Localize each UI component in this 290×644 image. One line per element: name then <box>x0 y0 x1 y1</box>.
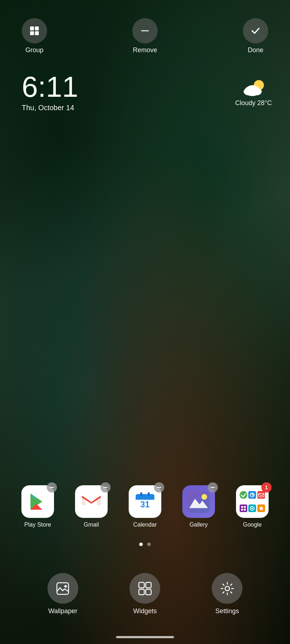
home-indicator[interactable] <box>116 636 174 638</box>
remove-icon-small <box>49 485 54 490</box>
google-label: Google <box>243 522 262 528</box>
app-icon-wrapper-calendar: 31 <box>129 485 161 518</box>
app-icon-wrapper-gallery <box>182 485 215 518</box>
folder-app-5 <box>248 504 256 512</box>
svg-rect-1 <box>35 26 39 30</box>
settings-dock-icon <box>220 581 235 596</box>
remove-icon-small <box>210 485 215 490</box>
svg-rect-21 <box>187 490 210 513</box>
remove-icon <box>139 25 151 37</box>
remove-icon-circle <box>132 18 158 43</box>
svg-rect-0 <box>30 26 34 30</box>
folder-app-3 <box>257 491 265 499</box>
clock-time: 6:11 <box>22 72 78 101</box>
remove-label: Remove <box>133 46 157 54</box>
svg-rect-43 <box>146 582 151 588</box>
dock-wallpaper[interactable]: Wallpaper <box>47 573 78 615</box>
svg-point-23 <box>202 494 207 500</box>
app-icon-wrapper-gmail <box>75 485 108 518</box>
settings-dock-label: Settings <box>215 607 239 615</box>
folder-app-6 <box>257 504 265 512</box>
app-row: Play Store <box>0 485 290 528</box>
group-label: Group <box>25 46 44 54</box>
weather-text: Cloudy 28°C <box>235 99 272 107</box>
svg-rect-42 <box>139 582 144 588</box>
page-indicators <box>0 543 290 546</box>
gmail-remove-btn[interactable] <box>100 482 111 493</box>
bottom-dock: Wallpaper Widgets Settings <box>0 573 290 615</box>
svg-rect-44 <box>139 589 144 595</box>
weather-widget[interactable]: Cloudy 28°C <box>235 78 272 107</box>
gmail-logo <box>80 490 103 513</box>
done-label: Done <box>248 46 263 54</box>
widgets-dock-label: Widgets <box>133 607 157 615</box>
app-item-play-store[interactable]: Play Store <box>21 485 54 528</box>
svg-rect-20 <box>157 487 161 488</box>
app-icon-wrapper-play-store <box>21 485 54 518</box>
app-item-google[interactable]: 1 Google <box>236 485 269 528</box>
remove-icon-small <box>157 485 162 490</box>
top-bar: Group Remove Done <box>0 18 290 54</box>
google-folder-badge: 1 <box>261 482 272 493</box>
settings-dock-circle <box>212 573 243 604</box>
svg-rect-33 <box>241 508 243 510</box>
clock-date: Thu, October 14 <box>22 104 78 112</box>
widgets-dock-circle <box>129 573 160 604</box>
svg-rect-18 <box>140 492 142 496</box>
group-icon-circle <box>22 18 47 43</box>
wallpaper-dock-label: Wallpaper <box>48 607 77 615</box>
folder-app-1 <box>240 491 247 499</box>
clock-area: 6:11 Thu, October 14 <box>22 72 78 112</box>
svg-rect-45 <box>146 589 151 595</box>
svg-rect-32 <box>244 506 246 508</box>
svg-rect-30 <box>240 504 247 512</box>
weather-illustration <box>241 78 266 98</box>
svg-point-37 <box>252 507 253 509</box>
app-item-gmail[interactable]: Gmail <box>75 485 108 528</box>
remove-icon-small <box>103 485 108 490</box>
widgets-dock-icon <box>138 581 152 596</box>
group-button[interactable]: Group <box>22 18 47 54</box>
svg-rect-31 <box>241 506 243 508</box>
wallpaper-dock-circle <box>47 573 78 604</box>
folder-app-2 <box>248 491 256 499</box>
dock-settings[interactable]: Settings <box>212 573 243 615</box>
calendar-label: Calendar <box>133 522 157 528</box>
done-icon-circle <box>243 18 268 43</box>
svg-rect-19 <box>148 492 150 496</box>
calendar-logo: 31 <box>134 490 156 513</box>
dock-widgets[interactable]: Widgets <box>129 573 160 615</box>
folder-app-4 <box>240 504 247 512</box>
gmail-label: Gmail <box>84 522 99 528</box>
app-item-calendar[interactable]: 31 Calendar <box>129 485 161 528</box>
gallery-remove-btn[interactable] <box>208 482 218 493</box>
play-store-logo <box>27 491 49 512</box>
svg-rect-13 <box>103 487 108 488</box>
page-dot-2[interactable] <box>147 543 151 546</box>
calendar-remove-btn[interactable] <box>154 482 164 493</box>
group-icon <box>29 25 40 37</box>
remove-button[interactable]: Remove <box>132 18 158 54</box>
svg-text:31: 31 <box>140 500 150 509</box>
svg-rect-34 <box>244 508 246 510</box>
play-store-label: Play Store <box>24 522 51 528</box>
svg-point-46 <box>225 586 229 591</box>
done-icon <box>250 25 261 37</box>
svg-point-41 <box>65 585 67 587</box>
svg-rect-10 <box>50 487 54 488</box>
svg-rect-2 <box>30 31 34 35</box>
app-icon-wrapper-google: 1 <box>236 485 269 518</box>
done-button[interactable]: Done <box>243 18 268 54</box>
app-item-gallery[interactable]: Gallery <box>182 485 215 528</box>
weather-icon <box>241 78 266 98</box>
svg-rect-24 <box>211 487 215 488</box>
gallery-label: Gallery <box>190 522 208 528</box>
svg-point-9 <box>246 85 258 94</box>
page-dot-1[interactable] <box>139 543 143 546</box>
svg-rect-3 <box>35 31 39 35</box>
gallery-logo <box>187 490 210 513</box>
play-store-remove-btn[interactable] <box>47 482 57 493</box>
svg-rect-4 <box>141 30 149 32</box>
wallpaper-dock-icon <box>55 581 70 596</box>
